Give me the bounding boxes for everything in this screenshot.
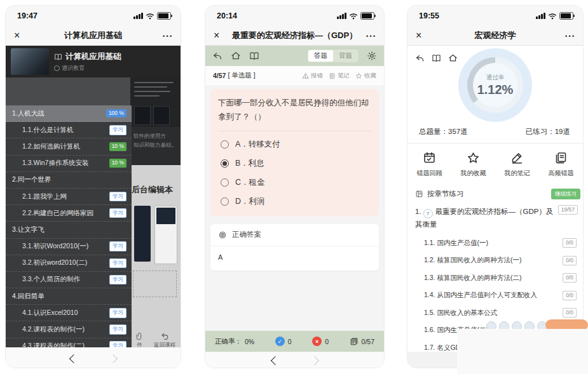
- feature-star-button[interactable]: 我的收藏: [451, 151, 495, 178]
- chapter-row[interactable]: 1.1.什么是计算机学习: [6, 122, 132, 138]
- option-label: B．利息: [235, 158, 264, 169]
- star-icon: [467, 151, 480, 164]
- prev-page-chevron[interactable]: [69, 354, 78, 363]
- chapter-row[interactable]: 3.3.个人简历的制作学习: [6, 272, 132, 288]
- chapter-row[interactable]: 3.2.初识word2010(二)学习: [6, 255, 132, 272]
- home-icon[interactable]: [448, 53, 458, 63]
- chapter-row[interactable]: 3.让文字飞: [6, 222, 132, 238]
- book-icon[interactable]: [432, 53, 441, 63]
- chapter-row[interactable]: 1.2.如何选购计算机10 %: [6, 138, 132, 155]
- radio-button[interactable]: [221, 178, 229, 187]
- close-icon[interactable]: ×: [14, 30, 20, 41]
- subchapter-label: 1.3. 核算国民收入的两种方法(二): [424, 274, 563, 283]
- radio-button[interactable]: [221, 140, 229, 149]
- bg-doc-thumbnail: [154, 206, 177, 264]
- attachment-button[interactable]: 件: [135, 332, 144, 349]
- chapter-row[interactable]: 1.人机大战100 %: [6, 105, 132, 122]
- section-title: 按章节练习: [427, 189, 464, 199]
- status-time: 20:14: [217, 11, 237, 20]
- signal-icon: [337, 13, 346, 19]
- tab-recite-mode[interactable]: 背题: [333, 50, 358, 62]
- course-thumbnail: [11, 48, 49, 75]
- home-icon[interactable]: [231, 51, 241, 61]
- divider: [407, 143, 583, 144]
- feature-pencil-button[interactable]: 我的笔记: [495, 151, 539, 178]
- pass-rate-ring: 通过率 1.12%: [458, 48, 532, 122]
- chapter-row[interactable]: 1.3.Win7操作系统安装10 %: [6, 156, 132, 172]
- chapter-badge: 学习: [109, 258, 126, 268]
- bg-thumbnail: [134, 106, 151, 125]
- more-menu-icon[interactable]: ···: [565, 30, 576, 41]
- subchapter-progress-badge: 0/0: [563, 256, 577, 265]
- chapter-row[interactable]: 4.2.课程表的制作(一)学习: [6, 321, 132, 338]
- bg-text-fragment: 软件的使用方: [133, 132, 177, 141]
- pencil-icon: [510, 151, 524, 164]
- question-area: 下面哪一部分收入不是居民挣得的但他们却拿到了？（） A．转移支付B．利息C．租金…: [205, 85, 384, 331]
- chapter-badge: 10 %: [109, 142, 126, 150]
- feature-cards-button[interactable]: 高频错题: [539, 151, 583, 178]
- more-menu-icon[interactable]: ···: [163, 30, 174, 41]
- report-error-button[interactable]: 报错: [302, 72, 323, 80]
- chapter-item[interactable]: 19/57 1.7最重要的宏观经济指标—（GDP）及其衡量: [407, 199, 583, 232]
- subchapter-row[interactable]: 1.3. 核算国民收入的两种方法(二)0/0: [407, 269, 583, 287]
- option-row[interactable]: C．租金: [218, 173, 371, 192]
- note-button[interactable]: 笔记: [329, 72, 350, 80]
- settings-gear-icon[interactable]: [367, 51, 377, 61]
- chapter-badge: 学习: [109, 192, 126, 201]
- back-share-icon[interactable]: [415, 53, 425, 63]
- back-share-icon[interactable]: [212, 51, 222, 61]
- course-book-icon: [54, 53, 62, 61]
- answer-card: 正确答案 A: [210, 224, 379, 270]
- next-page-chevron[interactable]: [108, 354, 117, 363]
- chapter-badge: 10 %: [109, 159, 126, 167]
- book-icon[interactable]: [249, 51, 259, 61]
- total-questions: 总题量：357道: [419, 127, 468, 137]
- favorite-button[interactable]: 收藏: [355, 72, 376, 80]
- chapter-row[interactable]: 3.1.初识Word2010(一)学习: [6, 239, 132, 255]
- chapter-label: 4.2.课程表的制作(一): [22, 325, 109, 334]
- close-icon[interactable]: ×: [214, 30, 219, 41]
- chapter-label: 2.同一个世界: [12, 175, 126, 184]
- radio-button[interactable]: [221, 197, 229, 206]
- prev-question-chevron[interactable]: [270, 356, 279, 365]
- pager-bar: [6, 347, 181, 368]
- check-circle-icon: ✓: [275, 337, 285, 346]
- subchapter-row[interactable]: 1.2. 核算国民收入的两种方法(一)0/0: [407, 252, 583, 270]
- radio-button[interactable]: [221, 159, 229, 168]
- nav-bar: × 计算机应用基础 ···: [6, 26, 181, 46]
- nav-bar: × 最重要的宏观经济指标—（GDP） ···: [205, 26, 384, 46]
- warning-icon: [302, 72, 309, 79]
- calcheck-icon: [423, 151, 436, 164]
- more-menu-icon[interactable]: ···: [366, 30, 377, 41]
- feature-calcheck-button[interactable]: 错题回顾: [407, 151, 451, 178]
- course-page-stage: 软件的使用方 知识和能力基础。 后台编辑本 件: [6, 77, 181, 352]
- page-title: 宏观经济学: [407, 30, 583, 41]
- option-label: D．利润: [235, 196, 265, 207]
- paperclip-icon: [135, 332, 144, 340]
- chapter-row[interactable]: 4.回归简单: [6, 288, 132, 305]
- subchapter-progress-badge: 0/0: [563, 273, 577, 283]
- phone-screen-practice-home: 19:55 × 宏观经济学 ··· 通过率 1.12%: [407, 5, 584, 368]
- option-row[interactable]: A．转移支付: [218, 135, 371, 154]
- next-question-chevron[interactable]: [310, 356, 318, 365]
- option-row[interactable]: B．利息: [218, 154, 371, 173]
- option-row[interactable]: D．利润: [218, 192, 371, 211]
- continue-practice-badge[interactable]: 继续练习: [551, 189, 580, 199]
- page-title: 计算机应用基础: [6, 30, 181, 41]
- subchapter-row[interactable]: 1.1. 国内生产总值(一)0/0: [407, 234, 583, 252]
- chapter-row[interactable]: 4.1.认识Excel2010学习: [6, 305, 132, 321]
- chapter-row[interactable]: 2.1.跟我学上网学习: [6, 189, 132, 205]
- overlay-cover: [457, 329, 588, 374]
- answer-sheet-button[interactable]: 0/57: [350, 337, 374, 346]
- chapter-row[interactable]: 2.2.构建自己的网络家园学习: [6, 205, 132, 222]
- tab-answer-mode[interactable]: 答题: [308, 50, 333, 62]
- return-course-button[interactable]: 返回课程: [154, 332, 175, 349]
- chapter-row[interactable]: 2.同一个世界: [6, 172, 132, 189]
- answer-sheet-icon: [350, 337, 359, 346]
- subchapter-row[interactable]: 1.4. 从国内生产总值到个人可支配收入0/0: [407, 287, 583, 305]
- bg-dashed-box: [133, 270, 177, 297]
- close-icon[interactable]: ×: [416, 30, 421, 41]
- status-bar: 20:14: [205, 6, 384, 26]
- pass-rate-label: 通过率: [486, 74, 505, 82]
- answer-header: 正确答案: [232, 230, 261, 239]
